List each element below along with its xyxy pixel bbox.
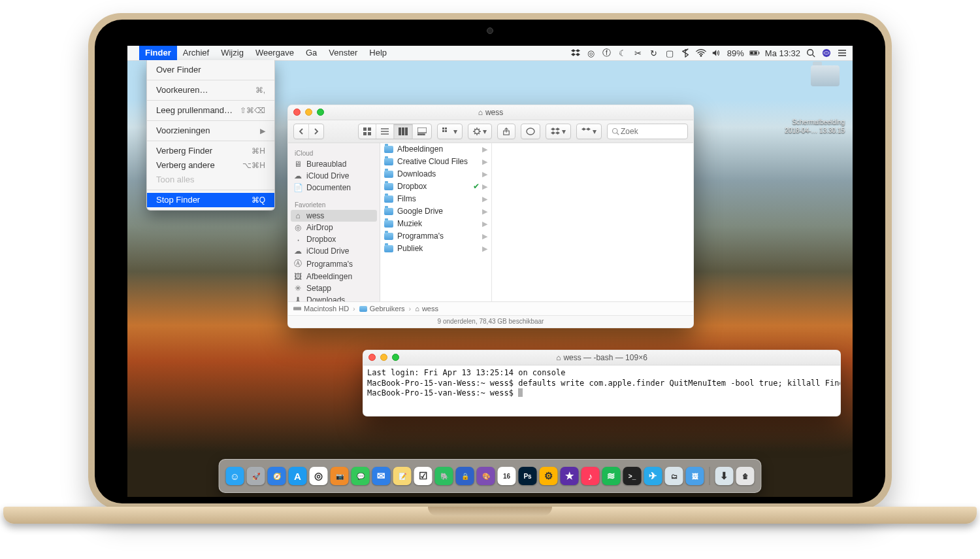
dock-app-evernote[interactable]: 🐘	[435, 467, 453, 485]
menu-about-finder[interactable]: Over Finder	[147, 63, 274, 77]
app-menu-finder[interactable]: Finder	[139, 46, 177, 60]
nav-back-button[interactable]	[294, 124, 309, 139]
dock-app-mamp[interactable]: ⚙	[540, 467, 558, 485]
spotlight-icon[interactable]	[806, 48, 816, 58]
window-close-button[interactable]	[293, 109, 301, 116]
sidebar-item-programmas[interactable]: ⒶProgramma's	[288, 257, 380, 271]
dock-app-reminders[interactable]: ☑	[414, 467, 433, 485]
dock-app-calendar[interactable]: 16	[498, 467, 516, 485]
apple-menu[interactable]	[127, 46, 139, 60]
dock-app-trash[interactable]: 🗑	[736, 467, 755, 485]
sidebar-item-setapp[interactable]: ✳Setapp	[288, 282, 380, 294]
view-column-button[interactable]	[394, 124, 413, 139]
menu-empty-trash[interactable]: Leeg prullenmand… ⇧⌘⌫	[147, 103, 274, 118]
dock-app-finder-window[interactable]: 🗂	[665, 467, 683, 485]
sidebar-item-icloud-drive[interactable]: ☁iCloud Drive	[288, 170, 380, 182]
arrange-button[interactable]: ▾	[437, 124, 463, 139]
menu-quit-finder[interactable]: Stop Finder ⌘Q	[147, 193, 274, 207]
search-input[interactable]	[619, 126, 674, 137]
dock-app-terminal[interactable]: >_	[623, 467, 642, 485]
window-zoom-button[interactable]	[392, 354, 399, 361]
dock-app-telegram[interactable]: ✈	[644, 467, 662, 485]
path-users[interactable]: Gebruikers	[359, 305, 405, 313]
dropbox-badge-button[interactable]: ▾	[576, 124, 602, 139]
dock-app-mail[interactable]: ✉	[372, 467, 391, 485]
path-disk[interactable]: Macintosh HD	[293, 305, 349, 313]
column-item[interactable]: Creative Cloud Files▶	[380, 156, 491, 168]
dock-app-itunes[interactable]: ♪	[581, 467, 600, 485]
volume-icon[interactable]	[711, 48, 722, 58]
column-item[interactable]: Dropbox✔▶	[380, 180, 491, 193]
share-button[interactable]	[497, 124, 515, 139]
column-item[interactable]: Programma's▶	[380, 230, 491, 243]
battery-icon[interactable]	[749, 48, 760, 58]
path-home[interactable]: ⌂ wess	[415, 305, 438, 313]
window-zoom-button[interactable]	[317, 109, 324, 116]
scissors-icon[interactable]: ✂	[633, 48, 644, 58]
siri-icon[interactable]	[821, 48, 832, 58]
menu-wijzig[interactable]: Wijzig	[215, 46, 250, 60]
tags-button[interactable]	[521, 124, 540, 139]
wifi-icon[interactable]	[696, 48, 706, 58]
sidebar-item-documenten[interactable]: 📄Documenten	[288, 182, 380, 194]
moon-icon[interactable]: ☾	[617, 48, 628, 58]
menu-weergave[interactable]: Weergave	[250, 46, 300, 60]
dock-app-imovie[interactable]: ★	[561, 467, 579, 485]
column-item[interactable]: Publiek▶	[380, 243, 491, 255]
sidebar-item-afbeeldingen[interactable]: 🖼Afbeeldingen	[288, 271, 380, 282]
dock-app-appstore[interactable]: A	[289, 467, 307, 485]
airplay-icon[interactable]: ▢	[664, 48, 675, 58]
menu-services[interactable]: Voorzieningen ▶	[147, 124, 274, 138]
column-item[interactable]: Muziek▶	[380, 218, 491, 230]
timemachine-icon[interactable]: ↻	[649, 48, 659, 58]
menu-help[interactable]: Help	[363, 46, 393, 60]
sidebar-item-dropbox[interactable]: ⬪Dropbox	[288, 233, 380, 245]
action-button[interactable]: ▾	[468, 124, 492, 139]
window-minimize-button[interactable]	[380, 354, 387, 361]
sidebar-item-icloud-drive-2[interactable]: ☁iCloud Drive	[288, 245, 380, 257]
desktop-folder-icon[interactable]	[806, 65, 845, 89]
dock-app-messages[interactable]: 💬	[351, 467, 370, 485]
dock-app-photobooth[interactable]: 📷	[331, 467, 349, 485]
dropbox-toolbar-button[interactable]: ▾	[546, 124, 571, 139]
dock-app-photoshop[interactable]: Ps	[519, 467, 537, 485]
dock-app-notes[interactable]: 📝	[393, 467, 412, 485]
sidebar-item-downloads[interactable]: ⬇Downloads	[288, 294, 380, 301]
column-item[interactable]: Films▶	[380, 193, 491, 205]
fantastical-icon[interactable]: ⓕ	[602, 48, 612, 58]
dock-app-launchpad[interactable]: 🚀	[247, 467, 265, 485]
terminal-titlebar[interactable]: ⌂ wess — -bash — 109×6	[363, 350, 840, 365]
finder-titlebar[interactable]: ⌂ wess	[288, 105, 693, 120]
column-item[interactable]: Downloads▶	[380, 168, 491, 180]
menu-ga[interactable]: Ga	[300, 46, 323, 60]
bluetooth-icon[interactable]	[680, 48, 691, 58]
menu-archief[interactable]: Archief	[177, 46, 215, 60]
terminal-content[interactable]: Last login: Fri Apr 13 13:25:14 on conso…	[363, 365, 840, 401]
finder-search[interactable]	[607, 124, 688, 139]
dock-app-preview[interactable]: 🖼	[686, 467, 704, 485]
dock-app-chrome[interactable]: ◎	[310, 467, 328, 485]
view-icon-button[interactable]	[359, 124, 376, 139]
dock-app-spotify[interactable]: ≋	[602, 467, 621, 485]
menu-venster[interactable]: Venster	[323, 46, 363, 60]
sync-icon[interactable]: ◎	[586, 48, 596, 58]
dropbox-icon[interactable]	[570, 48, 581, 58]
nav-forward-button[interactable]	[309, 124, 323, 139]
dock-app-downloads[interactable]: ⬇	[715, 467, 734, 485]
menu-hide-others[interactable]: Verberg andere ⌥⌘H	[147, 158, 274, 173]
dock-app-safari[interactable]: 🧭	[268, 467, 286, 485]
window-close-button[interactable]	[368, 354, 376, 361]
view-list-button[interactable]	[376, 124, 394, 139]
menu-preferences[interactable]: Voorkeuren… ⌘,	[147, 83, 274, 97]
notification-center-icon[interactable]	[837, 48, 847, 58]
window-minimize-button[interactable]	[305, 109, 312, 116]
clock[interactable]: Ma 13:32	[765, 48, 800, 58]
column-item[interactable]: Afbeeldingen▶	[380, 143, 491, 156]
dock-app-1password[interactable]: 🔒	[456, 467, 474, 485]
dock-app-finder[interactable]: ☺	[226, 467, 244, 485]
sidebar-item-wess[interactable]: ⌂wess	[291, 210, 377, 222]
menu-hide-finder[interactable]: Verberg Finder ⌘H	[147, 144, 274, 158]
view-gallery-button[interactable]	[413, 124, 431, 139]
column-item[interactable]: Google Drive▶	[380, 205, 491, 218]
dock-app-pixelmator[interactable]: 🎨	[477, 467, 495, 485]
